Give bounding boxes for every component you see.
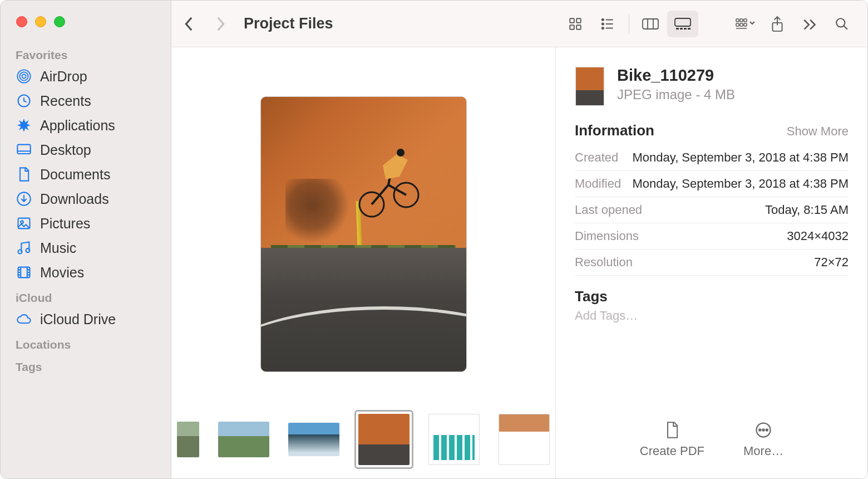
downloads-icon	[16, 190, 32, 207]
svg-rect-22	[736, 19, 739, 22]
window-controls	[1, 11, 171, 42]
sidebar-item-label: Applications	[40, 118, 115, 134]
back-button[interactable]	[176, 11, 203, 37]
svg-rect-16	[643, 19, 658, 29]
svg-point-14	[602, 23, 604, 25]
svg-rect-10	[576, 18, 581, 23]
sidebar-item-airdrop[interactable]: AirDrop	[1, 64, 171, 89]
sidebar-item-label: Downloads	[40, 191, 109, 207]
sidebar-item-label: Documents	[40, 167, 110, 183]
tags-section-title: Tags	[575, 288, 849, 305]
desktop-icon	[16, 141, 32, 158]
svg-rect-27	[744, 23, 747, 26]
file-thumbnail	[575, 66, 605, 106]
sidebar-item-recents[interactable]: Recents	[1, 89, 171, 113]
svg-rect-12	[576, 25, 581, 30]
information-title: Information	[575, 122, 654, 139]
sidebar-item-desktop[interactable]: Desktop	[1, 138, 171, 162]
forward-button[interactable]	[207, 11, 234, 37]
window-title: Project Files	[244, 15, 333, 32]
sidebar-item-label: Movies	[40, 265, 84, 281]
svg-rect-4	[17, 145, 30, 154]
svg-rect-18	[676, 28, 679, 30]
content-area: Bike_110279 JPEG image - 4 MB Informatio…	[171, 47, 867, 478]
thumbnail-item-selected[interactable]	[358, 414, 410, 465]
tags-input[interactable]: Add Tags…	[575, 309, 849, 323]
svg-point-13	[602, 18, 604, 20]
show-more-button[interactable]: Show More	[787, 124, 849, 139]
search-button[interactable]	[826, 11, 857, 37]
sidebar-item-label: Pictures	[40, 216, 90, 232]
more-toolbar-button[interactable]	[794, 11, 825, 37]
svg-rect-19	[680, 28, 683, 30]
svg-point-34	[759, 429, 761, 431]
sidebar-item-movies[interactable]: Movies	[1, 260, 171, 285]
svg-point-1	[19, 72, 28, 80]
sidebar: Favorites AirDrop Recents Applications D…	[1, 1, 171, 478]
svg-rect-26	[740, 23, 743, 26]
thumbnail-item[interactable]	[499, 414, 550, 465]
thumbnail-item[interactable]	[288, 423, 339, 456]
action-label: Create PDF	[640, 444, 704, 458]
zoom-window-button[interactable]	[54, 16, 65, 27]
svg-point-32	[397, 149, 405, 157]
sidebar-section-locations-header: Locations	[1, 331, 171, 354]
sidebar-item-applications[interactable]: Applications	[1, 113, 171, 138]
preview-image[interactable]	[260, 96, 467, 372]
minimize-window-button[interactable]	[35, 16, 46, 27]
info-row-created: Created Monday, September 3, 2018 at 4:3…	[575, 145, 849, 171]
svg-point-36	[766, 429, 768, 431]
info-value: 72×72	[814, 255, 849, 270]
sidebar-item-pictures[interactable]: Pictures	[1, 211, 171, 236]
svg-rect-17	[675, 18, 691, 26]
info-value: Monday, September 3, 2018 at 4:38 PM	[633, 177, 849, 191]
info-label: Dimensions	[575, 229, 639, 243]
quick-actions: Create PDF More…	[575, 405, 849, 478]
thumbnail-item[interactable]	[428, 414, 480, 465]
svg-rect-21	[688, 28, 691, 30]
info-row-modified: Modified Monday, September 3, 2018 at 4:…	[575, 171, 849, 197]
column-view-button[interactable]	[635, 11, 666, 37]
sidebar-item-label: AirDrop	[40, 69, 87, 85]
list-view-button[interactable]	[592, 11, 623, 37]
cloud-icon	[16, 311, 32, 328]
thumbnail-item[interactable]	[218, 422, 269, 457]
info-label: Modified	[575, 177, 621, 191]
info-label: Resolution	[575, 255, 633, 270]
toolbar: Project Files	[171, 1, 867, 47]
recents-icon	[16, 92, 32, 109]
svg-rect-20	[684, 28, 687, 30]
thumbnail-strip	[171, 404, 555, 478]
toolbar-right-group	[729, 11, 857, 37]
file-header: Bike_110279 JPEG image - 4 MB	[575, 66, 849, 106]
svg-point-0	[22, 75, 26, 79]
svg-point-35	[762, 429, 764, 431]
sidebar-item-documents[interactable]: Documents	[1, 162, 171, 187]
finder-window: Favorites AirDrop Recents Applications D…	[0, 0, 868, 479]
airdrop-icon	[16, 68, 32, 85]
create-pdf-button[interactable]: Create PDF	[640, 421, 704, 458]
preview-area	[171, 47, 556, 478]
file-subtitle: JPEG image - 4 MB	[617, 87, 735, 102]
sidebar-item-icloud-drive[interactable]: iCloud Drive	[1, 307, 171, 331]
thumbnail-item[interactable]	[177, 422, 199, 457]
applications-icon	[16, 117, 32, 134]
icon-view-button[interactable]	[560, 11, 591, 37]
close-window-button[interactable]	[16, 16, 27, 27]
share-button[interactable]	[762, 11, 793, 37]
svg-point-7	[21, 221, 23, 223]
info-value: Today, 8:15 AM	[765, 203, 849, 217]
sidebar-item-label: Music	[40, 240, 76, 256]
music-icon	[16, 240, 32, 256]
sidebar-item-downloads[interactable]: Downloads	[1, 187, 171, 211]
toolbar-divider	[629, 15, 629, 33]
group-by-button[interactable]	[729, 11, 761, 37]
more-actions-button[interactable]: More…	[743, 421, 783, 458]
info-label: Created	[575, 150, 618, 165]
information-section-header: Information Show More	[575, 122, 849, 139]
sidebar-item-music[interactable]: Music	[1, 236, 171, 260]
sidebar-item-label: iCloud Drive	[40, 311, 116, 328]
gallery-view-button[interactable]	[667, 11, 698, 37]
sidebar-section-tags-header: Tags	[1, 354, 171, 376]
sidebar-item-label: Desktop	[40, 142, 91, 158]
